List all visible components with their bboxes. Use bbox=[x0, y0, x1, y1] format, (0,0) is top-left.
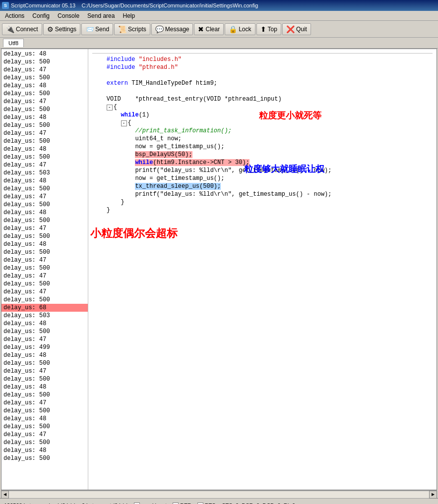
config-path: C:/Users/Sugar/Documents/ScriptCommunica… bbox=[81, 2, 258, 8]
log-line-32: delay_us: 68 bbox=[1, 304, 88, 312]
clear-label: Clear bbox=[205, 26, 220, 33]
send-input-label: send input bbox=[141, 503, 167, 504]
fold-icon-2[interactable]: - bbox=[121, 120, 127, 126]
log-line-3: delay_us: 500 bbox=[1, 74, 88, 82]
rts-checkbox[interactable] bbox=[197, 503, 203, 504]
log-line-21: delay_us: 500 bbox=[1, 217, 88, 224]
log-line-28: delay_us: 47 bbox=[1, 272, 88, 280]
code-line-extern: extern TIM_HandleTypeDef htim9; bbox=[92, 79, 433, 87]
rts-container: RTS bbox=[197, 503, 216, 504]
log-line-14: delay_us: 47 bbox=[1, 161, 88, 169]
log-line-10: delay_us: 47 bbox=[1, 129, 88, 137]
log-line-15: delay_us: 503 bbox=[1, 169, 88, 177]
code-line-rbrace2: } bbox=[92, 206, 433, 214]
log-line-35: delay_us: 500 bbox=[1, 328, 88, 336]
log-line-50: delay_us: 48 bbox=[1, 447, 88, 454]
code-line-comment: //print_task_information(); bbox=[92, 127, 433, 135]
scroll-left-arrow[interactable]: ◀ bbox=[1, 491, 9, 499]
log-line-38: delay_us: 48 bbox=[1, 351, 88, 359]
bytes-received: 132508 bytes received (0 b/s) bbox=[4, 503, 76, 504]
log-line-19: delay_us: 500 bbox=[1, 201, 88, 209]
log-line-6: delay_us: 47 bbox=[1, 98, 88, 106]
code-line-uint64: uint64_t now; bbox=[92, 135, 433, 143]
code-panel: #include "includes.h" #include "pthread.… bbox=[88, 49, 437, 490]
log-line-18: delay_us: 47 bbox=[1, 193, 88, 201]
quit-button[interactable]: ❌ Quit bbox=[282, 23, 311, 35]
log-line-34: delay_us: 48 bbox=[1, 320, 88, 328]
message-button[interactable]: 💬 Message bbox=[151, 23, 193, 35]
code-line-rbrace1: } bbox=[92, 198, 433, 206]
annotation-blue-bottom: 粒度够大就睡眠让权 bbox=[244, 163, 324, 175]
lock-icon: 🔒 bbox=[229, 25, 237, 33]
log-line-16: delay_us: 48 bbox=[1, 177, 88, 185]
menu-help[interactable]: Help bbox=[119, 11, 139, 20]
log-line-24: delay_us: 48 bbox=[1, 240, 88, 248]
lock-label: Lock bbox=[239, 26, 251, 33]
log-line-33: delay_us: 503 bbox=[1, 312, 88, 320]
log-line-4: delay_us: 48 bbox=[1, 82, 88, 90]
log-line-39: delay_us: 500 bbox=[1, 359, 88, 367]
connect-icon: 🔌 bbox=[6, 25, 14, 33]
log-line-45: delay_us: 500 bbox=[1, 407, 88, 415]
send-input-checkbox[interactable] bbox=[134, 503, 140, 504]
code-line-now2: now = get_timestamp_us(); bbox=[92, 174, 433, 182]
code-line-bsp: bsp_DelayUS(50); bbox=[92, 151, 433, 159]
log-line-25: delay_us: 500 bbox=[1, 248, 88, 256]
code-line-printf2: printf("delay_us: %lld\r\n", get_timesta… bbox=[92, 190, 433, 198]
log-line-5: delay_us: 500 bbox=[1, 90, 88, 98]
clear-button[interactable]: ✖ Clear bbox=[194, 23, 224, 35]
scripts-icon: 📜 bbox=[118, 25, 126, 33]
quit-label: Quit bbox=[296, 26, 307, 33]
log-line-8: delay_us: 48 bbox=[1, 113, 88, 121]
quit-icon: ❌ bbox=[286, 25, 295, 33]
code-line-include1: #include "includes.h" bbox=[92, 56, 433, 63]
code-line-include2: #include "pthread.h" bbox=[92, 63, 433, 71]
menu-config[interactable]: Config bbox=[28, 11, 54, 20]
scroll-right-arrow[interactable]: ▶ bbox=[429, 491, 437, 499]
log-line-1: delay_us: 500 bbox=[1, 58, 88, 66]
code-line-now1: now = get_timestamp_us(); bbox=[92, 143, 433, 151]
log-line-51: delay_us: 500 bbox=[1, 454, 88, 462]
toolbar: 🔌 Connect ⚙ Settings 📨 Send 📜 Scripts 💬 … bbox=[0, 21, 438, 38]
log-line-23: delay_us: 500 bbox=[1, 232, 88, 240]
log-line-41: delay_us: 500 bbox=[1, 375, 88, 383]
app-icon: S bbox=[2, 2, 9, 9]
log-line-40: delay_us: 47 bbox=[1, 367, 88, 375]
send-input-container: send input bbox=[134, 503, 167, 504]
send-button[interactable]: 📨 Send bbox=[81, 23, 113, 35]
main-area: delay_us: 48delay_us: 500delay_us: 47del… bbox=[1, 49, 437, 490]
log-line-42: delay_us: 48 bbox=[1, 383, 88, 391]
log-line-20: delay_us: 48 bbox=[1, 209, 88, 217]
connect-button[interactable]: 🔌 Connect bbox=[2, 23, 42, 35]
message-icon: 💬 bbox=[155, 25, 164, 33]
lock-button[interactable]: 🔒 Lock bbox=[225, 23, 255, 35]
scroll-track[interactable] bbox=[9, 491, 429, 499]
menubar: Actions Config Console Send area Help bbox=[0, 11, 438, 21]
log-line-11: delay_us: 500 bbox=[1, 137, 88, 145]
code-line-void: VOID *pthread_test_entry(VOID *pthread1_… bbox=[92, 95, 433, 103]
code-area: #include "includes.h" #include "pthread.… bbox=[90, 51, 435, 216]
dtr-container: DTR bbox=[173, 503, 191, 504]
fold-icon-1[interactable]: - bbox=[107, 105, 113, 111]
log-line-2: delay_us: 47 bbox=[1, 66, 88, 74]
scripts-button[interactable]: 📜 Scripts bbox=[114, 23, 150, 35]
settings-button[interactable]: ⚙ Settings bbox=[43, 23, 80, 35]
code-line-blank1 bbox=[92, 71, 433, 79]
menu-send-area[interactable]: Send area bbox=[83, 11, 119, 20]
send-icon: 📨 bbox=[85, 25, 94, 33]
clear-icon: ✖ bbox=[198, 25, 204, 33]
log-line-31: delay_us: 500 bbox=[1, 296, 88, 304]
menu-console[interactable]: Console bbox=[54, 11, 83, 20]
cts-info: CTS=0, DSR=0, DCD=0, RI=0 bbox=[222, 503, 296, 504]
code-line-tx-sleep: tx_thread_sleep_us(500); bbox=[92, 182, 433, 190]
log-line-37: delay_us: 499 bbox=[1, 343, 88, 351]
title-text: ScriptCommunicator 05.13 C:/Users/Sugar/… bbox=[11, 2, 258, 8]
dtr-checkbox[interactable] bbox=[173, 503, 179, 504]
log-line-12: delay_us: 48 bbox=[1, 145, 88, 153]
log-line-43: delay_us: 500 bbox=[1, 391, 88, 399]
horizontal-scrollbar[interactable]: ◀ ▶ bbox=[1, 490, 437, 498]
top-button[interactable]: ⬆ Top bbox=[256, 23, 281, 35]
encoding-tab[interactable]: Utf8 bbox=[3, 39, 24, 47]
menu-actions[interactable]: Actions bbox=[1, 11, 28, 20]
rts-label: RTS bbox=[205, 503, 216, 504]
